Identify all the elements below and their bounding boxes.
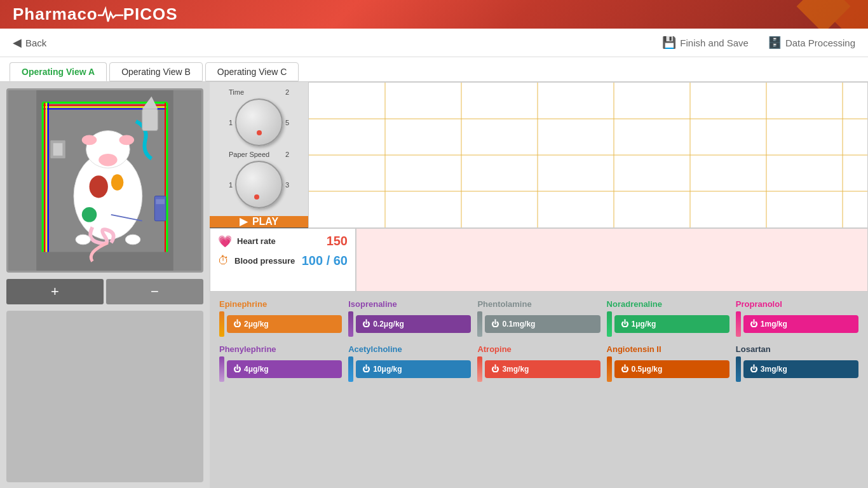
acetylcholine-name: Acetylcholine xyxy=(348,344,402,354)
propranolol-dose: 1mg/kg xyxy=(761,320,787,329)
save-icon: 💾 xyxy=(662,36,676,50)
drug-phentolamine: Phentolamine ⏻ 0.1mg/kg xyxy=(477,299,600,337)
drug-acetylcholine: Acetylcholine ⏻ 10μg/kg xyxy=(348,344,471,382)
knobs-panel: Time 2 1 5 xyxy=(210,82,308,216)
drug-epinephrine: Epinephrine ⏻ 2μg/kg xyxy=(219,299,342,337)
time-knob-section: Time 2 1 5 xyxy=(216,88,302,147)
drugs-panel: Epinephrine ⏻ 2μg/kg Isoprenaline ⏻ 0.2μ… xyxy=(210,292,868,488)
epinephrine-button[interactable]: ⏻ 2μg/kg xyxy=(227,315,342,333)
acetylcholine-bar xyxy=(348,356,353,382)
finish-save-button[interactable]: 💾 Finish and Save xyxy=(662,36,749,50)
atropine-power-icon: ⏻ xyxy=(491,365,499,374)
paper-speed-min: 1 xyxy=(229,181,233,189)
losartan-dose: 3mg/kg xyxy=(761,365,787,374)
phenylephrine-button[interactable]: ⏻ 4μg/kg xyxy=(227,360,342,378)
left-panel: + − xyxy=(0,82,210,488)
play-icon: ▶ xyxy=(240,215,247,227)
epinephrine-name: Epinephrine xyxy=(219,299,267,309)
svg-rect-13 xyxy=(53,143,63,156)
rat-info-placeholder xyxy=(6,311,203,482)
noradrenaline-dose: 1μg/kg xyxy=(632,320,656,329)
epinephrine-dose: 2μg/kg xyxy=(244,320,269,329)
svg-point-16 xyxy=(82,135,97,146)
chart-svg xyxy=(309,83,867,227)
losartan-bar xyxy=(736,356,741,382)
time-knob[interactable] xyxy=(235,98,283,146)
tab-operating-view-a[interactable]: Operating View A xyxy=(10,62,107,81)
main-chart xyxy=(308,82,868,228)
blood-pressure-label: Blood pressure xyxy=(234,256,297,266)
phenylephrine-name: Phenylephrine xyxy=(219,344,276,354)
svg-point-21 xyxy=(90,175,108,198)
time-max: 2 xyxy=(285,88,289,96)
rat-zoom-controls: + − xyxy=(6,279,203,304)
drug-atropine: Atropine ⏻ 3mg/kg xyxy=(477,344,600,382)
atropine-dose: 3mg/kg xyxy=(502,365,529,374)
phentolamine-button[interactable]: ⏻ 0.1mg/kg xyxy=(485,315,600,333)
acetylcholine-button[interactable]: ⏻ 10μg/kg xyxy=(356,360,471,378)
isoprenaline-name: Isoprenaline xyxy=(348,299,397,309)
drug-phenylephrine: Phenylephrine ⏻ 4μg/kg xyxy=(219,344,342,382)
paper-speed-knob-section: Paper Speed 2 1 3 xyxy=(216,151,302,210)
svg-point-17 xyxy=(119,135,135,146)
time-min: 1 xyxy=(229,119,233,126)
propranolol-name: Propranolol xyxy=(736,299,782,309)
epinephrine-bar xyxy=(219,311,224,337)
drug-propranolol: Propranolol ⏻ 1mg/kg xyxy=(736,299,858,337)
phenylephrine-controls: ⏻ 4μg/kg xyxy=(219,356,342,382)
angiotensin-power-icon: ⏻ xyxy=(621,365,628,374)
vitals-row: 💗 Heart rate 150 ⏱ Blood pressure 100 / … xyxy=(210,228,868,292)
phentolamine-name: Phentolamine xyxy=(477,299,531,309)
phentolamine-bar xyxy=(477,311,482,337)
back-button[interactable]: ◀ Back xyxy=(13,36,46,50)
drug-losartan: Losartan ⏻ 3mg/kg xyxy=(736,344,858,382)
losartan-name: Losartan xyxy=(736,344,771,354)
knobs-and-buttons: Time 2 1 5 xyxy=(210,82,308,228)
vitals-panel: 💗 Heart rate 150 ⏱ Blood pressure 100 / … xyxy=(210,228,356,292)
angiotensin-button[interactable]: ⏻ 0.5μg/kg xyxy=(614,360,729,378)
drug-angiotensin: Angiotensin II ⏻ 0.5μg/kg xyxy=(607,344,729,382)
epinephrine-power-icon: ⏻ xyxy=(233,320,241,329)
noradrenaline-name: Noradrenaline xyxy=(607,299,662,309)
heart-rate-value: 150 xyxy=(327,234,348,248)
noradrenaline-power-icon: ⏻ xyxy=(621,320,628,329)
acetylcholine-dose: 10μg/kg xyxy=(373,365,402,374)
epinephrine-controls: ⏻ 2μg/kg xyxy=(219,311,342,337)
isoprenaline-controls: ⏻ 0.2μg/kg xyxy=(348,311,471,337)
tab-operating-view-b[interactable]: Operating View B xyxy=(109,62,203,81)
angiotensin-controls: ⏻ 0.5μg/kg xyxy=(607,356,729,382)
propranolol-controls: ⏻ 1mg/kg xyxy=(736,311,858,337)
heart-icon: 💗 xyxy=(218,234,232,248)
database-icon: 🗄️ xyxy=(768,36,782,50)
propranolol-button[interactable]: ⏻ 1mg/kg xyxy=(743,315,858,333)
isoprenaline-power-icon: ⏻ xyxy=(362,320,370,329)
data-processing-label: Data Processing xyxy=(785,37,855,48)
app-header: PharmacoPICOS xyxy=(0,0,868,29)
svg-point-24 xyxy=(76,234,91,245)
isoprenaline-button[interactable]: ⏻ 0.2μg/kg xyxy=(356,315,471,333)
play-button[interactable]: ▶ PLAY xyxy=(210,216,308,227)
tabs-bar: Operating View A Operating View B Operat… xyxy=(0,57,868,82)
data-processing-button[interactable]: 🗄️ Data Processing xyxy=(768,36,855,50)
phenylephrine-power-icon: ⏻ xyxy=(233,365,241,374)
losartan-power-icon: ⏻ xyxy=(750,365,757,374)
heart-rate-row: 💗 Heart rate 150 xyxy=(218,234,348,248)
blood-pressure-value: 100 / 60 xyxy=(302,254,348,268)
rat-illustration xyxy=(6,88,203,273)
phenylephrine-bar xyxy=(219,356,224,382)
zoom-out-button[interactable]: − xyxy=(106,279,203,304)
phentolamine-dose: 0.1mg/kg xyxy=(502,320,535,329)
zoom-in-button[interactable]: + xyxy=(6,279,104,304)
losartan-button[interactable]: ⏻ 3mg/kg xyxy=(743,360,858,378)
tab-operating-view-c[interactable]: Operating View C xyxy=(205,62,299,81)
acetylcholine-power-icon: ⏻ xyxy=(362,365,370,374)
paper-speed-knob[interactable] xyxy=(235,161,283,208)
atropine-button[interactable]: ⏻ 3mg/kg xyxy=(485,360,600,378)
drug-noradrenaline: Noradrenaline ⏻ 1μg/kg xyxy=(607,299,729,337)
paper-speed-end: 3 xyxy=(285,181,289,189)
phentolamine-controls: ⏻ 0.1mg/kg xyxy=(477,311,600,337)
noradrenaline-button[interactable]: ⏻ 1μg/kg xyxy=(614,315,729,333)
svg-rect-27 xyxy=(156,199,165,204)
back-label: Back xyxy=(25,37,46,48)
propranolol-power-icon: ⏻ xyxy=(750,320,757,329)
